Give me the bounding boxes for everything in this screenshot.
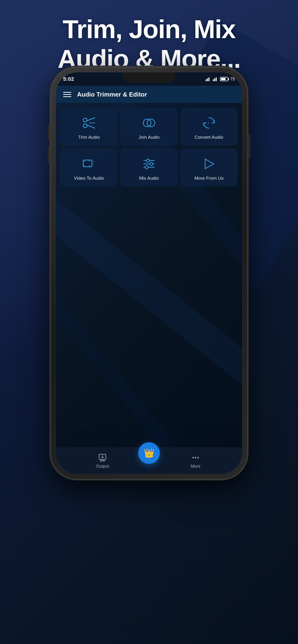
more-dots-icon <box>191 453 200 462</box>
trim-audio-label: Trim Audio <box>78 134 100 140</box>
svg-rect-5 <box>216 78 217 81</box>
svg-point-10 <box>83 124 87 128</box>
nav-more-label: More <box>191 464 200 469</box>
features-grid: Trim Audio Join Audio <box>61 108 237 186</box>
hero-section: Trim, Join, MixAudio & More... <box>0 14 298 74</box>
status-indicators: 75 <box>206 77 235 82</box>
phone-bezel: 5:02 75 <box>51 67 247 479</box>
video-to-audio-card[interactable]: ♪ ♪ Video To Audio <box>61 149 117 186</box>
mix-audio-card[interactable]: Mix Audio <box>121 149 177 186</box>
svg-line-11 <box>87 118 95 121</box>
svg-rect-2 <box>209 78 209 81</box>
svg-rect-0 <box>206 79 207 81</box>
crown-icon: 👑 <box>144 448 155 458</box>
svg-rect-21 <box>89 165 90 167</box>
premium-fab[interactable]: 👑 <box>138 442 160 464</box>
svg-rect-20 <box>89 160 90 162</box>
svg-rect-19 <box>83 165 85 167</box>
output-icon <box>98 453 107 462</box>
convert-audio-card[interactable]: ♪ Convert Audio <box>181 108 237 146</box>
video-to-audio-label: Video To Audio <box>74 176 104 181</box>
app-content: Trim Audio Join Audio <box>56 103 242 474</box>
convert-audio-icon: ♪ <box>201 115 217 130</box>
mix-audio-icon <box>141 156 157 172</box>
svg-point-34 <box>197 457 199 458</box>
nav-more[interactable]: More <box>149 453 242 469</box>
menu-button[interactable] <box>63 92 71 97</box>
svg-line-12 <box>87 125 95 128</box>
app-header: Audio Trimmer & Editor <box>56 86 242 103</box>
more-from-us-icon <box>201 156 217 172</box>
trim-audio-icon <box>81 115 97 130</box>
bottom-navigation: Output 👑 Mo <box>56 448 242 474</box>
svg-text:♪: ♪ <box>93 163 94 166</box>
svg-point-27 <box>146 159 150 162</box>
svg-text:♪: ♪ <box>92 160 94 163</box>
battery-indicator <box>220 77 228 81</box>
svg-rect-1 <box>207 78 208 81</box>
phone-screen: 5:02 75 <box>56 72 242 474</box>
power-button <box>248 134 250 158</box>
app-title: Audio Trimmer & Editor <box>77 91 147 98</box>
trim-audio-card[interactable]: Trim Audio <box>61 108 117 146</box>
more-from-us-label: More From Us <box>194 176 223 181</box>
vol-down-button <box>48 146 50 163</box>
video-to-audio-icon: ♪ ♪ <box>81 156 97 172</box>
join-audio-card[interactable]: Join Audio <box>121 108 177 146</box>
svg-text:♪: ♪ <box>208 121 209 125</box>
nav-output[interactable]: Output <box>56 453 149 469</box>
vol-up-button <box>48 124 50 141</box>
battery-percent: 75 <box>230 77 235 82</box>
join-audio-label: Join Audio <box>138 134 160 140</box>
svg-point-29 <box>145 166 148 169</box>
convert-audio-label: Convert Audio <box>195 134 223 140</box>
nav-output-label: Output <box>96 464 109 469</box>
notch <box>123 72 175 82</box>
more-from-us-card[interactable]: More From Us <box>181 149 237 186</box>
svg-rect-4 <box>214 78 215 81</box>
svg-rect-18 <box>83 160 85 162</box>
phone-mockup: 5:02 75 <box>51 67 247 479</box>
svg-point-9 <box>83 118 87 122</box>
svg-rect-3 <box>213 79 214 81</box>
signal-icon <box>206 77 211 81</box>
svg-point-33 <box>195 457 196 458</box>
mix-audio-label: Mix Audio <box>139 176 159 181</box>
join-audio-icon <box>141 115 157 130</box>
svg-point-28 <box>150 162 153 165</box>
hero-title: Trim, Join, MixAudio & More... <box>19 14 279 74</box>
status-time: 5:02 <box>63 76 74 82</box>
signal-icon2 <box>213 77 218 81</box>
svg-point-32 <box>192 457 194 458</box>
